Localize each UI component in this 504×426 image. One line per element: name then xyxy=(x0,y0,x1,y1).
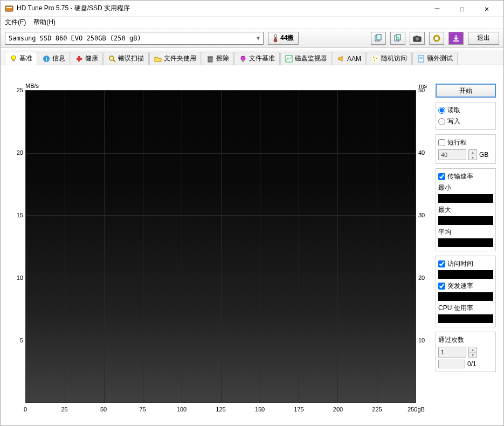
svg-point-31 xyxy=(374,60,375,61)
close-button[interactable]: ✕ xyxy=(474,1,499,16)
passes-spinner[interactable]: ▲▼ xyxy=(468,347,477,358)
start-button[interactable]: 开始 xyxy=(436,84,496,98)
y-axis-left-unit: MB/s xyxy=(25,83,39,89)
x-tick: 0 xyxy=(24,406,27,413)
tab-aam[interactable]: AAM xyxy=(333,52,366,65)
svg-point-15 xyxy=(11,56,16,60)
temperature-display: 44搬 xyxy=(268,32,299,45)
drive-select[interactable]: Samsung SSD 860 EVO 250GB (250 gB) ▼ xyxy=(5,32,264,45)
tab-file-benchmark[interactable]: 文件基准 xyxy=(234,52,280,65)
x-tick: 25 xyxy=(61,406,67,413)
window-title: HD Tune Pro 5.75 - 硬盘/SSD 实用程序 xyxy=(17,4,425,13)
svg-rect-20 xyxy=(77,58,82,60)
svg-point-29 xyxy=(373,57,374,58)
tab-info[interactable]: i信息 xyxy=(38,52,70,65)
x-tick: 75 xyxy=(139,406,146,413)
x-tick: 125 xyxy=(216,406,225,413)
y-left-tick: 15 xyxy=(17,212,23,218)
options-button[interactable] xyxy=(429,32,444,45)
passes-label: 通过次数 xyxy=(437,334,494,346)
tab-random-access[interactable]: 随机访问 xyxy=(367,52,412,65)
max-value xyxy=(438,216,493,225)
bulb-icon xyxy=(10,54,17,62)
drive-select-value: Samsung SSD 860 EVO 250GB (250 gB) xyxy=(9,35,141,42)
menu-help[interactable]: 帮助(H) xyxy=(33,18,56,27)
access-time-value xyxy=(438,270,493,279)
y-right-tick: 30 xyxy=(418,212,425,218)
y-right-tick: 50 xyxy=(418,87,425,93)
plus-icon xyxy=(75,55,83,63)
cpu-usage-label: CPU 使用率 xyxy=(437,303,494,314)
y-left-tick: 5 xyxy=(20,337,23,343)
short-stroke-spinner[interactable]: ▲▼ xyxy=(468,149,477,160)
page-icon xyxy=(417,55,425,63)
copy-info-button[interactable] xyxy=(371,32,386,45)
svg-point-10 xyxy=(416,37,419,40)
tab-folder-usage[interactable]: 文件夹使用 xyxy=(149,52,201,65)
y-left-tick: 20 xyxy=(17,149,23,156)
avg-value xyxy=(438,238,493,247)
temperature-value: 44搬 xyxy=(280,33,294,43)
content-area: MB/s ms 25201510550403020100255075100125… xyxy=(1,65,503,425)
svg-rect-14 xyxy=(453,40,459,42)
chart-plot-area xyxy=(25,90,416,403)
search-icon xyxy=(108,55,116,63)
app-window: HD Tune Pro 5.75 - 硬盘/SSD 实用程序 ─ ☐ ✕ 文件(… xyxy=(0,0,504,426)
svg-rect-1 xyxy=(6,7,12,8)
x-tick: 150 xyxy=(255,406,265,413)
short-stroke-checkbox[interactable]: 短行程 xyxy=(437,137,494,148)
download-icon xyxy=(452,34,460,43)
save-button[interactable] xyxy=(448,32,464,45)
tab-erase[interactable]: 擦除 xyxy=(202,52,234,65)
x-tick: 225 xyxy=(372,406,382,413)
maximize-button[interactable]: ☐ xyxy=(450,1,474,16)
svg-point-21 xyxy=(109,56,114,60)
max-label: 最大 xyxy=(437,204,494,216)
copy-icon xyxy=(374,34,383,43)
thermometer-icon xyxy=(273,34,278,43)
svg-point-13 xyxy=(436,37,438,39)
info-icon: i xyxy=(43,55,50,63)
speaker-icon xyxy=(337,55,345,63)
svg-rect-11 xyxy=(416,36,418,37)
toolbar: Samsung SSD 860 EVO 250GB (250 gB) ▼ 44搬… xyxy=(1,29,503,48)
svg-rect-28 xyxy=(372,56,378,62)
chevron-down-icon: ▼ xyxy=(257,35,260,41)
tab-disk-monitor[interactable]: 磁盘监视器 xyxy=(280,52,332,65)
tab-health[interactable]: 健康 xyxy=(71,52,103,65)
camera-icon xyxy=(413,34,422,43)
tab-benchmark[interactable]: 基准 xyxy=(5,52,37,65)
tabbar: 基准 i信息 健康 错误扫描 文件夹使用 擦除 文件基准 磁盘监视器 AAM 随… xyxy=(1,50,503,65)
copy-screenshot-button[interactable] xyxy=(390,32,405,45)
svg-rect-6 xyxy=(377,35,381,40)
svg-text:i: i xyxy=(46,56,47,62)
x-tick: 50 xyxy=(100,406,107,413)
svg-point-30 xyxy=(376,58,377,59)
transfer-rate-checkbox[interactable]: 传输速率 xyxy=(437,171,494,182)
y-right-tick: 10 xyxy=(418,337,425,343)
gear-icon xyxy=(432,34,441,43)
bulb-icon xyxy=(239,55,247,63)
svg-rect-24 xyxy=(208,56,213,57)
svg-rect-26 xyxy=(242,60,244,62)
folder-icon xyxy=(154,55,162,63)
passes-input[interactable] xyxy=(438,347,466,358)
x-tick: 100 xyxy=(177,406,187,413)
app-icon xyxy=(5,4,13,13)
exit-button[interactable]: 退出 xyxy=(468,32,499,45)
tab-extra-tests[interactable]: 额外测试 xyxy=(412,52,458,65)
read-radio[interactable]: 读取 xyxy=(437,105,494,116)
burst-rate-checkbox[interactable]: 突发速率 xyxy=(437,280,494,292)
menu-file[interactable]: 文件(F) xyxy=(5,18,26,27)
min-value xyxy=(438,194,493,203)
side-panel: 开始 读取 写入 短行程 ▲▼ GB 传输速率 最小 最大 平均 xyxy=(431,68,500,422)
write-radio[interactable]: 写入 xyxy=(437,116,494,127)
screenshot-button[interactable] xyxy=(410,32,425,45)
benchmark-chart: MB/s ms 25201510550403020100255075100125… xyxy=(4,85,431,422)
svg-point-25 xyxy=(241,56,245,60)
y-right-tick: 40 xyxy=(418,149,425,156)
short-stroke-input[interactable] xyxy=(438,149,466,160)
access-time-checkbox[interactable]: 访问时间 xyxy=(437,258,494,270)
minimize-button[interactable]: ─ xyxy=(425,1,450,16)
tab-error-scan[interactable]: 错误扫描 xyxy=(103,52,149,65)
